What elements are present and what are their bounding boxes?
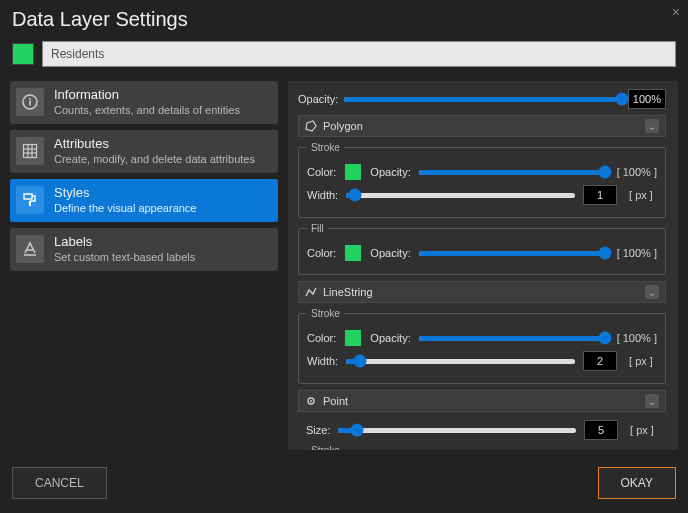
chevron-down-icon: ⌄ [645, 119, 659, 133]
layer-row: Residents [12, 41, 676, 67]
linestring-icon [305, 286, 317, 298]
group-legend: Stroke [307, 445, 344, 450]
sidebar-item-attributes[interactable]: Attributes Create, modify, and delete da… [10, 130, 278, 173]
group-legend: Fill [307, 223, 328, 234]
section-title: Polygon [323, 120, 363, 132]
opacity-label: Opacity: [370, 332, 410, 344]
section-title: Point [323, 395, 348, 407]
svg-rect-8 [24, 194, 32, 199]
polygon-icon [305, 120, 317, 132]
styles-panel: Opacity: 100% Polygon ⌄ Stroke Color: [288, 81, 678, 450]
cancel-button[interactable]: CANCEL [12, 467, 107, 499]
color-label: Color: [307, 166, 336, 178]
section-header-point[interactable]: Point ⌄ [298, 390, 666, 412]
chevron-down-icon: ⌄ [645, 285, 659, 299]
sidebar-item-label: Styles [54, 185, 196, 200]
linestring-stroke-group: Stroke Color: Opacity: [ 100% ] Width: 2 [298, 308, 666, 384]
size-label: Size: [306, 424, 330, 436]
group-legend: Stroke [307, 142, 344, 153]
section-point: Point ⌄ Size: 5 [ px ] Stroke Color: Opa… [298, 390, 672, 450]
opacity-label: Opacity: [370, 166, 410, 178]
sidebar-item-label: Attributes [54, 136, 255, 151]
point-icon [305, 395, 317, 407]
svg-rect-9 [29, 201, 31, 206]
layer-opacity-slider[interactable] [344, 97, 622, 102]
linestring-stroke-width-input[interactable]: 2 [583, 351, 617, 371]
linestring-stroke-color-swatch[interactable] [344, 329, 362, 347]
layer-opacity-row: Opacity: 100% [298, 89, 672, 109]
layer-color-swatch[interactable] [12, 43, 34, 65]
sidebar-item-sub: Define the visual appearance [54, 202, 196, 214]
sidebar-item-labels[interactable]: Labels Set custom text-based labels [10, 228, 278, 271]
opacity-label: Opacity: [298, 93, 338, 105]
linestring-stroke-width-slider[interactable] [346, 359, 575, 364]
polygon-stroke-group: Stroke Color: Opacity: [ 100% ] Width: 1 [298, 142, 666, 218]
layer-name-input[interactable]: Residents [42, 41, 676, 67]
width-label: Width: [307, 189, 338, 201]
point-size-input[interactable]: 5 [584, 420, 618, 440]
unit-px: [ px ] [626, 424, 658, 436]
info-icon [16, 88, 44, 116]
okay-button[interactable]: OKAY [598, 467, 676, 499]
unit-px: [ px ] [625, 355, 657, 367]
dialog-header: Data Layer Settings [0, 0, 688, 35]
opacity-label: Opacity: [370, 247, 410, 259]
sidebar-item-styles[interactable]: Styles Define the visual appearance [10, 179, 278, 222]
polygon-fill-opacity-value: [ 100% ] [613, 247, 657, 259]
svg-point-14 [310, 400, 312, 402]
sidebar: Information Counts, extents, and details… [10, 81, 278, 450]
svg-rect-3 [24, 144, 37, 157]
unit-px: [ px ] [625, 189, 657, 201]
linestring-stroke-opacity-slider[interactable] [419, 336, 605, 341]
sidebar-item-sub: Create, modify, and delete data attribut… [54, 153, 255, 165]
text-icon [16, 235, 44, 263]
layer-opacity-value[interactable]: 100% [628, 89, 666, 109]
close-icon[interactable]: × [672, 4, 680, 20]
paint-icon [16, 186, 44, 214]
section-header-linestring[interactable]: LineString ⌄ [298, 281, 666, 303]
section-header-polygon[interactable]: Polygon ⌄ [298, 115, 666, 137]
sidebar-item-label: Labels [54, 234, 195, 249]
sidebar-item-label: Information [54, 87, 240, 102]
chevron-down-icon: ⌄ [645, 394, 659, 408]
grid-icon [16, 137, 44, 165]
svg-marker-12 [306, 121, 316, 131]
sidebar-item-information[interactable]: Information Counts, extents, and details… [10, 81, 278, 124]
color-label: Color: [307, 247, 336, 259]
svg-rect-1 [29, 100, 31, 105]
polygon-stroke-opacity-slider[interactable] [419, 170, 605, 175]
sidebar-item-sub: Set custom text-based labels [54, 251, 195, 263]
svg-rect-2 [29, 98, 31, 100]
polygon-stroke-opacity-value: [ 100% ] [613, 166, 657, 178]
linestring-stroke-opacity-value: [ 100% ] [613, 332, 657, 344]
polygon-stroke-width-input[interactable]: 1 [583, 185, 617, 205]
polygon-fill-opacity-slider[interactable] [419, 251, 605, 256]
point-stroke-group: Stroke Color: Opacity: [ 100% ] Width: 0 [298, 445, 666, 450]
color-label: Color: [307, 332, 336, 344]
section-title: LineString [323, 286, 373, 298]
polygon-fill-color-swatch[interactable] [344, 244, 362, 262]
group-legend: Stroke [307, 308, 344, 319]
section-polygon: Polygon ⌄ Stroke Color: Opacity: [ 100% … [298, 115, 672, 275]
sidebar-item-sub: Counts, extents, and details of entities [54, 104, 240, 116]
point-size-slider[interactable] [338, 428, 576, 433]
polygon-fill-group: Fill Color: Opacity: [ 100% ] [298, 223, 666, 275]
width-label: Width: [307, 355, 338, 367]
section-linestring: LineString ⌄ Stroke Color: Opacity: [ 10… [298, 281, 672, 384]
dialog-footer: CANCEL OKAY [0, 457, 688, 513]
polygon-stroke-width-slider[interactable] [346, 193, 575, 198]
dialog-title: Data Layer Settings [12, 8, 676, 31]
polygon-stroke-color-swatch[interactable] [344, 163, 362, 181]
